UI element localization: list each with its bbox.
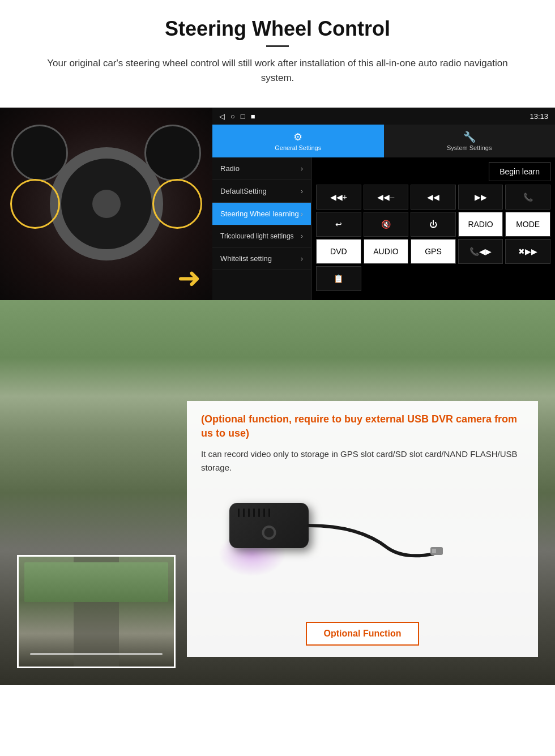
menu-tricoloured-label: Tricoloured light settings [220,232,294,240]
dvr-cable-svg [275,497,445,571]
ctrl-gps[interactable]: GPS [411,239,456,264]
ctrl-mute[interactable]: 🔇 [364,212,409,237]
statusbar-time: 13:13 [530,112,548,121]
sw-background: ➜ [0,108,212,300]
ctrl-vol-up[interactable]: ◀◀+ [316,185,361,210]
ctrl-vol-down[interactable]: ◀◀– [364,185,409,210]
android-tabs: ⚙ General Settings 🔧 System Settings [212,125,555,157]
ctrl-radio[interactable]: RADIO [458,212,503,237]
menu-steering-label: Steering Wheel learning [220,210,299,218]
ctrl-mode[interactable]: MODE [505,212,550,237]
dvr-optional-text: (Optional function, require to buy exter… [201,412,524,441]
ctrl-back-call[interactable]: ↩ [316,212,361,237]
android-controls-panel: Begin learn ◀◀+ ◀◀– ◀◀ ▶▶ 📞 ↩ 🔇 ⏻ RADIO … [311,157,555,300]
begin-learn-row: Begin learn [316,162,550,181]
ctrl-audio[interactable]: AUDIO [364,239,409,264]
thumbnail-road-marking [30,653,163,655]
menu-item-tricoloured[interactable]: Tricoloured light settings › [212,225,311,247]
page-title: Steering Wheel Control [23,17,532,41]
ctrl-phone-prev[interactable]: 📞◀▶ [458,239,503,264]
ctrl-next-combo[interactable]: ✖▶▶ [505,239,550,264]
chevron-icon: › [301,165,303,173]
highlight-ring-right [152,179,202,229]
control-row-4: 📋 [316,266,550,291]
android-ui-panel: ◁ ○ □ ■ 13:13 ⚙ General Settings 🔧 Syste… [212,108,555,300]
chevron-icon: › [301,255,303,263]
android-statusbar: ◁ ○ □ ■ 13:13 [212,108,555,125]
android-menu: Radio › DefaultSetting › Steering Wheel … [212,157,311,300]
steering-photo: ➜ [0,108,212,300]
control-row-3: DVD AUDIO GPS 📞◀▶ ✖▶▶ [316,239,550,264]
menu-radio-label: Radio [220,164,240,173]
wheel-hub [92,190,121,218]
menu-whitelist-label: Whitelist setting [220,254,272,263]
control-row-1: ◀◀+ ◀◀– ◀◀ ▶▶ 📞 [316,185,550,210]
ctrl-phone[interactable]: 📞 [505,185,550,210]
arrow-icon: ➜ [177,262,201,294]
dvr-description: It can record video only to storage in G… [201,447,524,475]
tab-system-label: System Settings [447,144,492,151]
menu-item-default[interactable]: DefaultSetting › [212,180,311,203]
menu-item-radio[interactable]: Radio › [212,157,311,180]
ctrl-power[interactable]: ⏻ [411,212,456,237]
system-icon: 🔧 [463,131,476,143]
camera-vents [238,509,270,517]
chevron-icon: › [301,232,303,240]
tab-general-settings[interactable]: ⚙ General Settings [212,125,384,157]
home-icon[interactable]: ○ [230,112,235,121]
ctrl-prev-track[interactable]: ◀◀ [411,185,456,210]
steering-section: Steering Wheel Control Your original car… [0,0,555,108]
menu-item-steering[interactable]: Steering Wheel learning › [212,203,311,225]
menu-default-label: DefaultSetting [220,187,267,195]
dvr-section: Support DVR (Optional function, require … [0,300,555,685]
dvr-content-area: (Optional function, require to buy exter… [0,402,555,685]
control-row-2: ↩ 🔇 ⏻ RADIO MODE [316,212,550,237]
chevron-icon: › [301,210,303,218]
dvr-background: Support DVR (Optional function, require … [0,300,555,685]
dvr-thumbnail [17,555,176,668]
menu-item-whitelist[interactable]: Whitelist setting › [212,247,311,270]
steering-demo: ➜ ◁ ○ □ ■ 13:13 ⚙ General Settings 🔧 Sys… [0,108,555,300]
statusbar-nav-icons: ◁ ○ □ ■ [219,112,255,121]
menu-icon[interactable]: ■ [251,112,255,121]
tab-general-label: General Settings [275,144,321,151]
dvr-info-card: (Optional function, require to buy exter… [187,401,538,657]
ctrl-next-track[interactable]: ▶▶ [458,185,503,210]
tab-system-settings[interactable]: 🔧 System Settings [384,125,556,157]
highlight-ring-left [10,179,60,229]
back-icon[interactable]: ◁ [219,112,225,121]
chevron-icon: › [301,187,303,195]
thumbnail-sky [24,562,168,602]
ctrl-extra[interactable]: 📋 [316,266,361,291]
android-content: Radio › DefaultSetting › Steering Wheel … [212,157,555,300]
recent-icon[interactable]: □ [241,112,245,121]
begin-learn-button[interactable]: Begin learn [489,162,550,181]
title-divider [266,45,289,47]
optional-btn-container: Optional Function [201,616,524,646]
dvr-device-image [201,486,524,610]
gear-icon: ⚙ [293,131,302,143]
section-subtitle: Your original car's steering wheel contr… [34,56,521,85]
ctrl-dvd[interactable]: DVD [316,239,361,264]
steering-wheel [50,147,163,260]
camera-lens [262,526,276,540]
optional-function-button[interactable]: Optional Function [306,622,420,646]
svg-rect-1 [432,549,436,553]
